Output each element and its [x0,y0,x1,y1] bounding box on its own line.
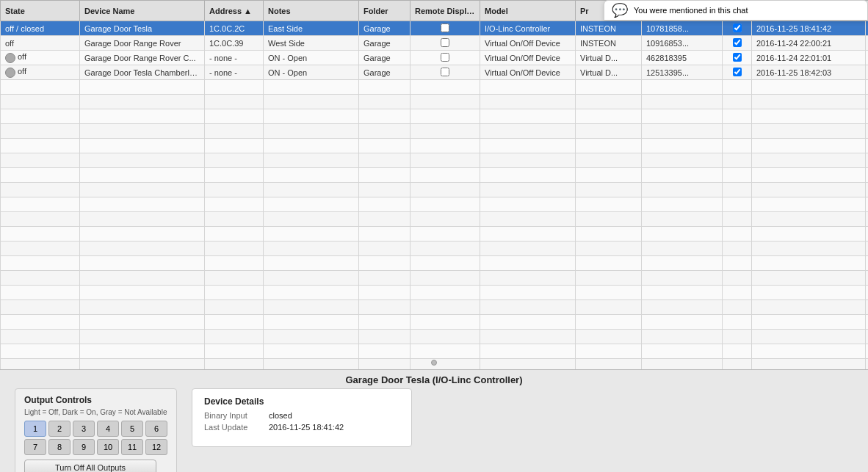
cell-empty [723,300,752,315]
cell-empty [264,124,359,139]
output-button-6[interactable]: 6 [145,421,167,437]
cell-empty [480,153,576,168]
cell-pr: Virtual D... [576,51,642,65]
cell-empty [411,256,480,271]
table-row-empty [1,286,869,300]
table-row-empty [1,95,869,109]
remote-display-checkbox[interactable] [441,23,449,32]
turn-off-all-button[interactable]: Turn Off All Outputs [24,460,156,472]
cell-address: 1C.0C.39 [205,36,264,51]
output-button-9[interactable]: 9 [73,439,95,455]
cell-empty [359,256,411,271]
row-checkbox[interactable] [733,38,742,47]
output-button-8[interactable]: 8 [48,439,70,455]
cell-notes: ON - Open [264,65,359,80]
cell-empty [205,344,264,359]
cell-empty [359,109,411,124]
cell-empty [411,168,480,183]
cell-empty [866,212,869,227]
cell-empty [723,344,752,359]
cell-empty [359,330,411,344]
cell-empty [264,315,359,330]
cell-empty [205,256,264,271]
cell-empty [866,80,869,95]
output-button-4[interactable]: 4 [97,421,119,437]
col-header-address[interactable]: Address ▲ [205,1,264,21]
cell-empty [723,330,752,344]
cell-remote[interactable] [411,21,480,36]
cell-model: I/O-Linc Controller [480,21,576,36]
row-checkbox[interactable] [733,68,742,76]
cell-empty [576,271,642,286]
col-header-state[interactable]: State [1,1,80,21]
col-header-notes[interactable]: Notes [264,1,359,21]
cell-empty [752,212,866,227]
cell-empty [642,197,723,212]
last-update-label: Last Update [204,423,263,432]
output-button-11[interactable]: 11 [121,439,143,455]
cell-empty [576,109,642,124]
output-button-2[interactable]: 2 [48,421,70,437]
cell-remote[interactable] [411,51,480,65]
cell-empty [264,153,359,168]
cell-state: off / closed [1,21,80,36]
output-button-7[interactable]: 7 [24,439,46,455]
table-row[interactable]: offGarage Door Range Rover1C.0C.39West S… [1,36,869,51]
cell-empty [264,330,359,344]
bottom-panel: Garage Door Tesla (I/O-Linc Controller) … [0,369,868,472]
notification-bar[interactable]: 💬 You were mentioned in this chat [604,0,868,21]
cell-empty [576,359,642,370]
col-header-device[interactable]: Device Name [80,1,205,21]
cell-remote[interactable] [411,36,480,51]
remote-display-checkbox[interactable] [441,38,449,47]
remote-display-checkbox[interactable] [441,68,449,76]
cell-empty [576,139,642,153]
col-header-folder[interactable]: Folder [359,1,411,21]
cell-checked[interactable] [723,51,752,65]
cell-empty [80,139,205,153]
last-update-row: Last Update 2016-11-25 18:41:42 [204,423,399,432]
col-header-model[interactable]: Model [480,1,576,21]
cell-empty [642,344,723,359]
cell-remote[interactable] [411,65,480,80]
cell-empty [576,256,642,271]
cell-empty [80,153,205,168]
cell-empty [1,109,80,124]
cell-empty [752,80,866,95]
cell-empty [80,315,205,330]
cell-empty [205,242,264,256]
row-checkbox[interactable] [733,53,742,62]
cell-empty [752,286,866,300]
col-header-remote[interactable]: Remote Display [411,1,480,21]
output-button-1[interactable]: 1 [24,421,46,437]
cell-empty [411,124,480,139]
remote-display-checkbox[interactable] [441,53,449,62]
output-button-5[interactable]: 5 [121,421,143,437]
cell-empty [866,330,869,344]
output-button-3[interactable]: 3 [73,421,95,437]
cell-empty [752,242,866,256]
row-checkbox[interactable] [733,23,742,32]
cell-empty [642,109,723,124]
cell-empty [576,212,642,227]
cell-empty [205,80,264,95]
cell-checked[interactable] [723,36,752,51]
table-row[interactable]: offGarage Door Tesla Chamberlain- none -… [1,65,869,80]
cell-checked[interactable] [723,65,752,80]
table-row[interactable]: offGarage Door Range Rover C...- none -O… [1,51,869,65]
action-buttons: Turn Off All Outputs Send Status Request [24,460,167,472]
table-row-empty [1,153,869,168]
cell-device: Garage Door Tesla [80,21,205,36]
table-row[interactable]: off / closedGarage Door Tesla1C.0C.2CEas… [1,21,869,36]
cell-empty [866,168,869,183]
cell-empty [723,256,752,271]
cell-empty [264,300,359,315]
cell-empty [205,271,264,286]
cell-empty [1,183,80,197]
cell-empty [866,242,869,256]
cell-state: off [1,36,80,51]
cell-checked[interactable] [723,21,752,36]
cell-empty [642,212,723,227]
output-button-10[interactable]: 10 [97,439,119,455]
output-button-12[interactable]: 12 [145,439,167,455]
